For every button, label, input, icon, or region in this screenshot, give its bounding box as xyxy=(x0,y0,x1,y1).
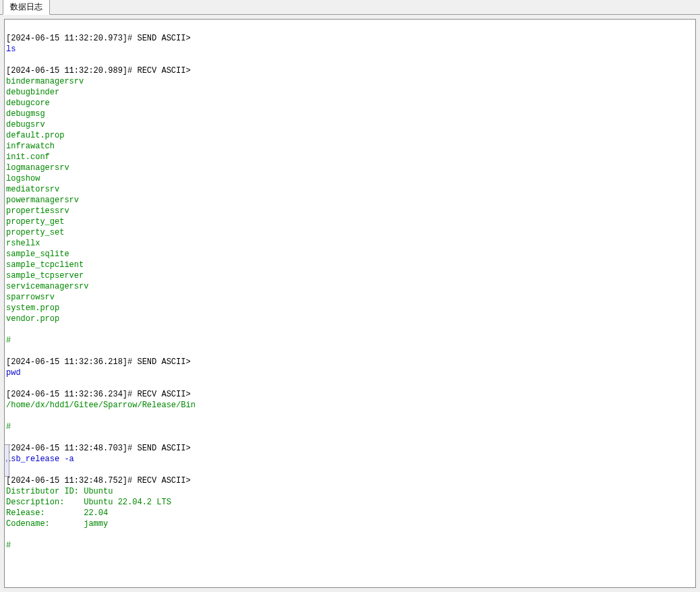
log-line-recv: Release: 22.04 xyxy=(6,508,694,519)
expand-handle[interactable]: ‹ xyxy=(4,444,9,477)
log-line-recv: Distributor ID: Ubuntu xyxy=(6,486,694,497)
tab-bar: 数据日志 xyxy=(0,0,700,15)
log-line-recv: # xyxy=(6,540,694,551)
log-blank-line xyxy=(6,55,694,65)
log-line-recv: servicemanagersrv xyxy=(6,281,694,292)
log-line-recv: debugcore xyxy=(6,98,694,109)
log-line-recv: # xyxy=(6,421,694,432)
log-line-recv: logshow xyxy=(6,173,694,184)
log-line-cmd: lsb_release -a xyxy=(6,454,694,465)
log-line-recv: property_get xyxy=(6,216,694,227)
log-line-recv: debugmsg xyxy=(6,109,694,119)
log-line-recv: system.prop xyxy=(6,303,694,314)
log-line-header: [2024-06-15 11:32:20.973]# SEND ASCII> xyxy=(6,33,694,44)
log-blank-line xyxy=(6,411,694,421)
log-line-recv: sample_sqlite xyxy=(6,249,694,260)
log-line-recv: sample_tcpserver xyxy=(6,270,694,281)
log-line-cmd: pwd xyxy=(6,367,694,378)
log-line-recv: Codename: jammy xyxy=(6,519,694,529)
log-line-recv: # xyxy=(6,335,694,346)
log-line-recv: sparrowsrv xyxy=(6,292,694,303)
log-line-recv: /home/dx/hdd1/Gitee/Sparrow/Release/Bin xyxy=(6,400,694,411)
log-line-header: [2024-06-15 11:32:20.989]# RECV ASCII> xyxy=(6,65,694,76)
chevron-left-icon: ‹ xyxy=(5,458,9,464)
log-blank-line xyxy=(6,324,694,335)
log-blank-line xyxy=(6,22,694,33)
log-line-recv: rshellx xyxy=(6,238,694,249)
log-line-recv: sample_tcpclient xyxy=(6,260,694,270)
log-line-recv: logmanagersrv xyxy=(6,162,694,173)
log-line-recv: init.conf xyxy=(6,152,694,162)
log-blank-line xyxy=(6,378,694,389)
log-line-recv: Description: Ubuntu 22.04.2 LTS xyxy=(6,497,694,508)
log-line-recv: mediatorsrv xyxy=(6,184,694,195)
log-line-recv: property_set xyxy=(6,227,694,238)
log-panel[interactable]: ‹ [2024-06-15 11:32:20.973]# SEND ASCII>… xyxy=(4,19,696,588)
log-line-recv: debugbinder xyxy=(6,87,694,98)
log-line-header: [2024-06-15 11:32:48.752]# RECV ASCII> xyxy=(6,475,694,486)
log-line-recv: debugsrv xyxy=(6,119,694,130)
log-line-recv: vendor.prop xyxy=(6,314,694,324)
log-blank-line xyxy=(6,465,694,475)
log-line-header: [2024-06-15 11:32:36.234]# RECV ASCII> xyxy=(6,389,694,400)
log-content[interactable]: [2024-06-15 11:32:20.973]# SEND ASCII>ls… xyxy=(5,20,695,554)
log-line-recv: bindermanagersrv xyxy=(6,76,694,87)
log-blank-line xyxy=(6,432,694,443)
log-line-header: [2024-06-15 11:32:48.703]# SEND ASCII> xyxy=(6,443,694,454)
log-blank-line xyxy=(6,529,694,540)
log-line-header: [2024-06-15 11:32:36.218]# SEND ASCII> xyxy=(6,357,694,367)
log-line-recv: powermanagersrv xyxy=(6,195,694,206)
log-line-cmd: ls xyxy=(6,44,694,55)
tab-label: 数据日志 xyxy=(10,2,42,11)
log-blank-line xyxy=(6,346,694,357)
log-line-recv: default.prop xyxy=(6,130,694,141)
log-line-recv: propertiessrv xyxy=(6,206,694,216)
log-line-recv: infrawatch xyxy=(6,141,694,152)
tab-data-log[interactable]: 数据日志 xyxy=(3,0,50,15)
